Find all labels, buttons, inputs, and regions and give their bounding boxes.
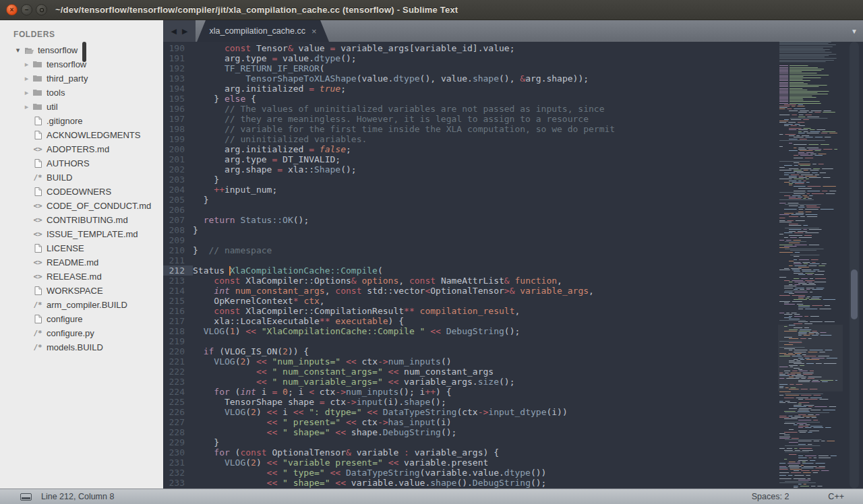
code-line[interactable]: 213 const XlaCompiler::Options& options,…	[163, 276, 775, 286]
sidebar-item-build[interactable]: /*BUILD	[0, 170, 163, 185]
code-line[interactable]: 198 // variable for the first time insid…	[163, 124, 775, 134]
panel-switcher-icon[interactable]	[20, 493, 32, 501]
code-line[interactable]: 190 const Tensor& value = variable_args[…	[163, 43, 775, 53]
code-line[interactable]: 206	[163, 205, 775, 215]
code-line[interactable]: 224 for (int i = 0; i < ctx->num_inputs(…	[163, 387, 775, 397]
sidebar-item-license[interactable]: LICENSE	[0, 241, 163, 255]
code-editor[interactable]: 190 const Tensor& value = variable_args[…	[163, 42, 863, 489]
code-line[interactable]: 227 << " present=" << ctx->has_input(i)	[163, 417, 775, 427]
sidebar-item-issue-template-md[interactable]: <>ISSUE_TEMPLATE.md	[0, 227, 163, 241]
code-line[interactable]: 192 TF_RETURN_IF_ERROR(	[163, 63, 775, 73]
sidebar-item-tensorflow[interactable]: ▾tensorflow	[0, 43, 163, 57]
code-line[interactable]: 197 // they are meaningless. However, it…	[163, 114, 775, 124]
sidebar-item-tools[interactable]: ▸tools	[0, 86, 163, 100]
code-line[interactable]: 232 << " type=" << DataTypeString(variab…	[163, 468, 775, 478]
code-area[interactable]: 190 const Tensor& value = variable_args[…	[163, 43, 775, 489]
maximize-button[interactable]	[36, 4, 47, 15]
code-line[interactable]: 200 arg.initialized = false;	[163, 144, 775, 154]
markup-icon: <>	[31, 258, 44, 267]
markup-icon: <>	[31, 145, 44, 154]
code-line[interactable]: 201 arg.type = DT_INVALID;	[163, 154, 775, 164]
sidebar-item-configure-py[interactable]: /*configure.py	[0, 326, 163, 340]
sidebar-item-release-md[interactable]: <>RELEASE.md	[0, 270, 163, 284]
sidebar-item-models-build[interactable]: /*models.BUILD	[0, 340, 163, 354]
tab-next-icon[interactable]: ▶	[182, 27, 187, 36]
code-line[interactable]: 205 }	[163, 195, 775, 205]
chevron-right-icon[interactable]: ▸	[22, 102, 31, 111]
folder-icon	[31, 61, 44, 68]
code-line[interactable]: 196 // The values of uninitialized varia…	[163, 104, 775, 114]
tab-overflow-icon[interactable]: ▼	[851, 20, 858, 42]
chevron-right-icon[interactable]: ▸	[22, 74, 31, 83]
code-line[interactable]: 217 xla::LocalExecutable** executable) {	[163, 316, 775, 326]
sidebar-item-contributing-md[interactable]: <>CONTRIBUTING.md	[0, 213, 163, 227]
sidebar-item-readme-md[interactable]: <>README.md	[0, 255, 163, 270]
chevron-down-icon[interactable]: ▾	[13, 46, 22, 55]
code-line[interactable]: 222 << " num_constant_args=" << num_cons…	[163, 367, 775, 377]
code-line[interactable]: 193 TensorShapeToXLAShape(value.dtype(),…	[163, 73, 775, 84]
code-text: arg.type = DT_INVALID;	[193, 154, 775, 164]
indent-setting[interactable]: Spaces: 2	[752, 492, 790, 501]
cursor-position[interactable]: Line 212, Column 8	[41, 492, 114, 501]
code-line[interactable]: 223 << " num_variable_args=" << variable…	[163, 377, 775, 387]
code-line[interactable]: 216 const XlaCompiler::CompilationResult…	[163, 306, 775, 316]
code-line[interactable]: 234 }	[163, 488, 775, 489]
code-line[interactable]: 208}	[163, 225, 775, 235]
code-line[interactable]: 233 << " shape=" << variable.value.shape…	[163, 478, 775, 488]
syntax-setting[interactable]: C++	[828, 492, 844, 501]
code-line[interactable]: 202 arg.shape = xla::Shape();	[163, 164, 775, 175]
code-line[interactable]: 226 VLOG(2) << i << ": dtype=" << DataTy…	[163, 407, 775, 417]
sidebar-item-third-party[interactable]: ▸third_party	[0, 71, 163, 86]
code-line[interactable]: 199 // uninitialized variables.	[163, 134, 775, 144]
code-line[interactable]: 219	[163, 336, 775, 346]
code-line[interactable]: 231 VLOG(2) << "variable present=" << va…	[163, 458, 775, 468]
vertical-scrollbar-thumb[interactable]	[851, 270, 858, 319]
tab-xla-compilation-cache[interactable]: xla_compilation_cache.cc ×	[197, 20, 329, 42]
vertical-scrollbar[interactable]	[850, 42, 859, 489]
code-line[interactable]: 203 }	[163, 175, 775, 185]
code-line[interactable]: 211	[163, 255, 775, 265]
sidebar-item-codeowners[interactable]: CODEOWNERS	[0, 185, 163, 199]
chevron-right-icon[interactable]: ▸	[22, 60, 31, 69]
sidebar-item-authors[interactable]: AUTHORS	[0, 156, 163, 170]
line-number: 227	[163, 417, 193, 427]
minimize-button[interactable]: –	[21, 4, 32, 15]
sidebar-item-arm-compiler-build[interactable]: /*arm_compiler.BUILD	[0, 298, 163, 312]
code-line[interactable]: 194 arg.initialized = true;	[163, 84, 775, 94]
sidebar-scrollbar-thumb[interactable]	[82, 42, 86, 62]
minimap[interactable]	[778, 42, 843, 489]
code-line[interactable]: 229 }	[163, 437, 775, 447]
sidebar-item-configure[interactable]: configure	[0, 312, 163, 326]
sidebar-item--gitignore[interactable]: .gitignore	[0, 114, 163, 128]
tab-close-icon[interactable]: ×	[311, 26, 317, 36]
sidebar-item-util[interactable]: ▸util	[0, 100, 163, 114]
sidebar-item-tensorflow[interactable]: ▸tensorflow	[0, 57, 163, 71]
chevron-right-icon[interactable]: ▸	[22, 88, 31, 97]
code-line[interactable]: 214 int num_constant_args, const std::ve…	[163, 286, 775, 296]
code-line[interactable]: 204 ++input_num;	[163, 185, 775, 195]
code-line[interactable]: 191 arg.type = value.dtype();	[163, 53, 775, 63]
code-line[interactable]: 209	[163, 235, 775, 245]
code-line[interactable]: 212Status XlaCompilationCache::Compile(	[163, 265, 775, 276]
code-line[interactable]: 225 TensorShape shape = ctx->input(i).sh…	[163, 397, 775, 407]
code-line[interactable]: 220 if (VLOG_IS_ON(2)) {	[163, 346, 775, 356]
sidebar-item-label: ISSUE_TEMPLATE.md	[47, 229, 138, 239]
tab-prev-icon[interactable]: ◀	[171, 27, 177, 36]
code-line[interactable]: 195 } else {	[163, 94, 775, 104]
code-line[interactable]: 221 VLOG(2) << "num_inputs=" << ctx->num…	[163, 356, 775, 367]
code-line[interactable]: 218 VLOG(1) << "XlaCompilationCache::Com…	[163, 326, 775, 336]
code-line[interactable]: 207 return Status::OK();	[163, 215, 775, 225]
sidebar-item-acknowledgments[interactable]: ACKNOWLEDGMENTS	[0, 128, 163, 142]
line-number: 224	[163, 387, 193, 397]
code-text	[193, 255, 775, 265]
sidebar-item-workspace[interactable]: WORKSPACE	[0, 284, 163, 298]
sidebar-item-label: README.md	[47, 257, 98, 267]
code-line[interactable]: 230 for (const OptionalTensor& variable …	[163, 447, 775, 458]
code-line[interactable]: 210} // namespace	[163, 245, 775, 255]
code-line[interactable]: 215 OpKernelContext* ctx,	[163, 296, 775, 306]
code-line[interactable]: 228 << " shape=" << shape.DebugString();	[163, 427, 775, 437]
close-button[interactable]: ×	[6, 4, 18, 15]
sidebar-item-adopters-md[interactable]: <>ADOPTERS.md	[0, 142, 163, 156]
sidebar-item-code-of-conduct-md[interactable]: <>CODE_OF_CONDUCT.md	[0, 199, 163, 213]
sidebar-item-label: models.BUILD	[47, 342, 103, 352]
